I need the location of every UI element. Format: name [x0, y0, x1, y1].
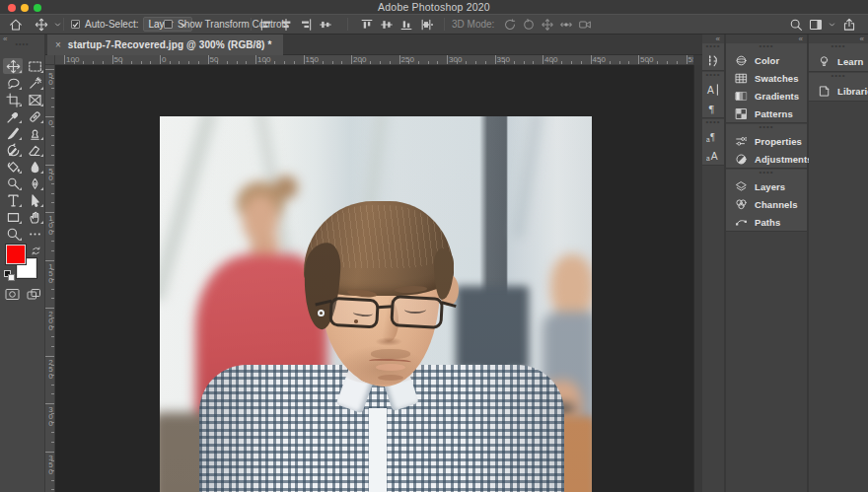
panel-drag-dots[interactable]: ••••: [726, 170, 807, 177]
toolbar-drag-dots[interactable]: ••••: [0, 40, 44, 47]
crop-tool[interactable]: [3, 92, 23, 107]
path-selection-tool[interactable]: [25, 192, 44, 208]
canvas-scrollbar-gutter[interactable]: [693, 65, 702, 492]
panel-drag-dots[interactable]: ••••: [702, 72, 724, 80]
align-left-icon[interactable]: [258, 17, 273, 32]
quick-mask-button[interactable]: [3, 287, 21, 301]
paragraph-panel[interactable]: ¶: [702, 99, 724, 117]
workspace-chevron-icon[interactable]: [828, 17, 836, 32]
svg-text:a: a: [706, 136, 710, 143]
ruler-corner[interactable]: [45, 55, 55, 65]
show-transform-controls-checkbox[interactable]: [164, 20, 173, 29]
workspace-icon[interactable]: [808, 17, 823, 32]
rectangle-tool[interactable]: [3, 209, 23, 225]
paragraph-styles-icon: ¶a: [706, 130, 720, 144]
ruler-label: 50: [46, 71, 55, 85]
align-middle-icon[interactable]: [318, 17, 332, 32]
home-icon[interactable]: [8, 17, 23, 32]
properties-panel[interactable]: Properties: [726, 132, 807, 150]
default-colors-icon[interactable]: [4, 270, 15, 281]
swap-colors-icon[interactable]: [31, 243, 41, 253]
slide-icon[interactable]: [558, 17, 573, 32]
tools-panel: « ••••: [0, 35, 45, 492]
quick-selection-tool[interactable]: [25, 75, 44, 91]
brush-tool[interactable]: [3, 125, 23, 141]
gradient-tool[interactable]: [3, 159, 23, 175]
screen-mode-button[interactable]: [25, 287, 42, 301]
healing-brush-tool[interactable]: [25, 108, 44, 124]
main-collapse-icon[interactable]: «: [799, 35, 803, 43]
panel-drag-dots[interactable]: ••••: [726, 43, 807, 51]
align-center-h-icon[interactable]: [278, 17, 293, 32]
right-collapse-icon[interactable]: «: [860, 35, 864, 43]
more-options-icon[interactable]: [420, 17, 435, 32]
orbit-icon[interactable]: [502, 17, 517, 32]
ruler-label: 550: [688, 55, 694, 64]
auto-select-checkbox[interactable]: [71, 20, 80, 29]
frame-tool[interactable]: [25, 92, 44, 107]
channels-panel[interactable]: Channels: [726, 195, 807, 213]
panel-drag-dots[interactable]: ••••: [809, 43, 868, 51]
active-tool-icon[interactable]: [34, 17, 48, 32]
document-tab[interactable]: × startup-7-Recovered.jpg @ 300% (RGB/8)…: [47, 35, 283, 55]
channels-icon: [735, 198, 748, 211]
camera-icon[interactable]: [577, 17, 592, 32]
adjustments-panel[interactable]: Adjustments: [726, 150, 807, 168]
search-icon[interactable]: [788, 17, 803, 32]
blur-tool[interactable]: [25, 159, 44, 175]
marquee-tool[interactable]: [25, 58, 44, 74]
align-right-icon[interactable]: [298, 17, 313, 32]
character-panel[interactable]: A: [702, 80, 724, 99]
color-panel[interactable]: Color: [726, 51, 807, 69]
panel-group: ••••: [702, 43, 724, 71]
foreground-color-swatch[interactable]: [6, 245, 26, 264]
adjustments-icon: [735, 153, 748, 166]
character-styles-panel[interactable]: Aa: [702, 146, 724, 165]
panel-label: Paths: [755, 217, 780, 228]
eyedropper-tool[interactable]: [3, 108, 23, 124]
panel-drag-dots[interactable]: ••••: [726, 124, 807, 132]
ruler-label: 100: [257, 55, 270, 64]
paths-panel[interactable]: Paths: [726, 213, 807, 231]
learn-icon: [818, 55, 831, 68]
learn-panel[interactable]: Learn: [809, 51, 868, 71]
brush-settings-panel[interactable]: [702, 51, 724, 70]
vertical-ruler[interactable]: 50050100150200250300350: [45, 65, 55, 492]
hand-tool[interactable]: [25, 209, 44, 225]
align-icon-group: [258, 15, 332, 34]
panel-label: Color: [755, 55, 779, 66]
history-brush-tool[interactable]: [3, 142, 23, 158]
ruler-label: 450: [593, 55, 606, 64]
panel-drag-dots[interactable]: ••••: [702, 119, 724, 127]
ruler-label: 250: [46, 358, 55, 379]
window-title: Adobe Photoshop 2020: [0, 1, 868, 13]
pen-tool[interactable]: [25, 176, 44, 191]
zoom-tool[interactable]: [3, 226, 23, 242]
distribute-bottom-icon[interactable]: [398, 17, 413, 32]
tool-preset-chevron-icon[interactable]: [53, 17, 62, 32]
roll-icon[interactable]: [521, 17, 536, 32]
eraser-tool[interactable]: [25, 142, 44, 158]
distribute-center-h-icon[interactable]: [379, 17, 394, 32]
move-tool[interactable]: [3, 58, 23, 74]
horizontal-ruler[interactable]: 10050050100150200250300350400450500550: [55, 55, 693, 65]
edit-toolbar[interactable]: [25, 226, 44, 242]
dodge-tool[interactable]: [3, 176, 23, 191]
clone-stamp-tool[interactable]: [25, 125, 44, 141]
paragraph-styles-panel[interactable]: ¶a: [702, 127, 724, 146]
gradients-panel[interactable]: Gradients: [726, 87, 807, 105]
panel-drag-dots[interactable]: ••••: [809, 73, 868, 81]
layers-panel[interactable]: Layers: [726, 177, 807, 195]
canvas[interactable]: [55, 65, 693, 492]
pan-icon[interactable]: [540, 17, 554, 32]
patterns-panel[interactable]: Patterns: [726, 105, 807, 122]
share-icon[interactable]: [841, 17, 856, 32]
distribute-top-icon[interactable]: [359, 17, 374, 32]
lasso-tool[interactable]: [3, 75, 23, 91]
type-tool[interactable]: [3, 192, 23, 208]
swatches-panel[interactable]: Swatches: [726, 69, 807, 87]
libraries-panel[interactable]: Libraries: [809, 81, 868, 101]
tab-close-icon[interactable]: ×: [55, 40, 61, 50]
svg-text:A: A: [711, 151, 718, 162]
panel-drag-dots[interactable]: ••••: [702, 43, 724, 51]
